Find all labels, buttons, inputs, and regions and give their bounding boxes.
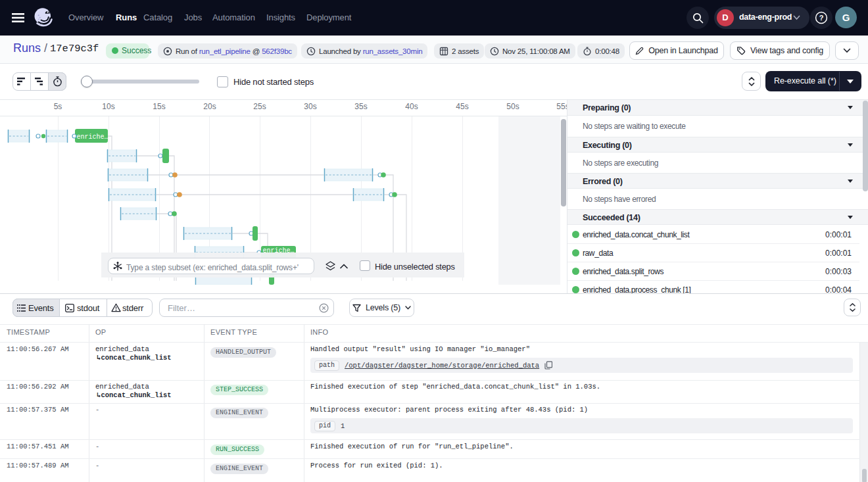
svg-text:?: ? [819,14,824,22]
svg-text:enriche…: enriche… [77,133,108,141]
